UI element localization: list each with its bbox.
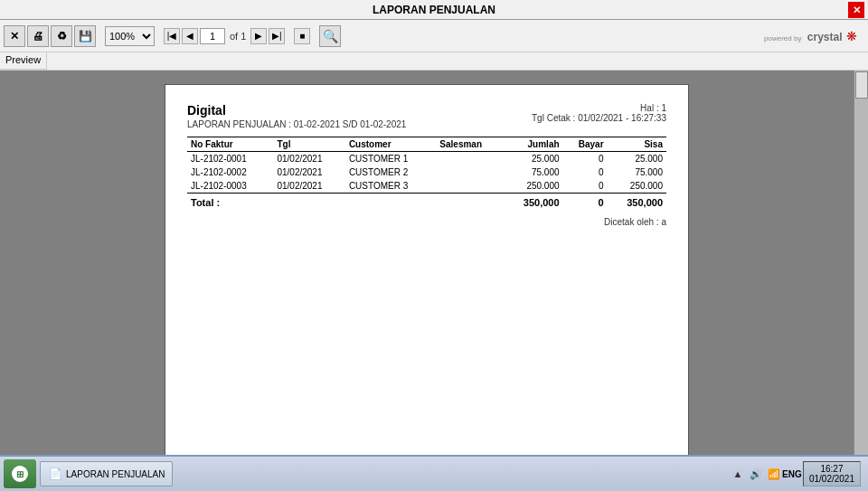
page-number-label: Hal : 1 xyxy=(532,103,666,113)
vertical-scrollbar[interactable] xyxy=(854,71,868,473)
prev-page-button[interactable]: ◀ xyxy=(182,28,198,44)
tray-speaker-icon[interactable]: 🔊 xyxy=(749,467,763,481)
cell-tgl: 01/02/2021 xyxy=(273,179,344,194)
cell-salesman xyxy=(436,179,504,194)
preview-header: Preview xyxy=(0,52,868,71)
powered-by-label: powered by xyxy=(764,34,801,42)
cell-sisa: 75.000 xyxy=(608,165,666,179)
title-bar: LAPORAN PENJUALAN ✕ xyxy=(0,0,868,20)
close-toolbar-button[interactable]: ✕ xyxy=(4,25,25,47)
stop-button[interactable]: ■ xyxy=(294,28,310,44)
cell-customer: CUSTOMER 1 xyxy=(345,152,436,166)
cell-customer: CUSTOMER 2 xyxy=(345,165,436,179)
cell-bayar: 0 xyxy=(563,165,608,179)
table-row: JL-2102-0001 01/02/2021 CUSTOMER 1 25.00… xyxy=(187,152,666,166)
col-header-no-faktur: No Faktur xyxy=(187,137,273,152)
taskbar: ⊞ 📄 LAPORAN PENJUALAN ▲ 🔊 📶 ENG 16:27 01… xyxy=(0,455,868,491)
clock-time: 16:27 xyxy=(809,464,854,474)
cell-jumlah: 75.000 xyxy=(504,165,562,179)
cell-no-faktur: JL-2102-0003 xyxy=(187,179,273,194)
export-button[interactable]: 💾 xyxy=(74,25,96,47)
scrollbar-thumb[interactable] xyxy=(855,71,868,99)
total-pages-label: of 1 xyxy=(227,31,249,42)
footer-text: Dicetak oleh : a xyxy=(187,217,666,227)
start-button[interactable]: ⊞ xyxy=(4,459,36,488)
report-paper: Digital LAPORAN PENJUALAN : 01-02-2021 S… xyxy=(165,84,689,473)
toolbar: ✕ 🖨 ♻ 💾 100% 50% 75% 150% 200% |◀ ◀ of 1… xyxy=(0,20,868,52)
col-header-customer: Customer xyxy=(345,137,436,152)
tray-lang-icon: ENG xyxy=(785,467,799,481)
cell-no-faktur: JL-2102-0001 xyxy=(187,152,273,166)
total-bayar: 0 xyxy=(563,194,608,212)
col-header-tgl: Tgl xyxy=(273,137,344,152)
search-button[interactable]: 🔍 xyxy=(319,25,341,47)
document-content: Digital LAPORAN PENJUALAN : 01-02-2021 S… xyxy=(0,71,854,473)
last-page-button[interactable]: ▶| xyxy=(269,28,285,44)
clock-date: 01/02/2021 xyxy=(809,474,854,484)
cell-bayar: 0 xyxy=(563,152,608,166)
first-page-button[interactable]: |◀ xyxy=(164,28,180,44)
tray-network-icon[interactable]: 📶 xyxy=(767,467,781,481)
total-sisa: 350,000 xyxy=(608,194,666,212)
taskbar-items: 📄 LAPORAN PENJUALAN xyxy=(40,461,731,486)
taskbar-item-laporan[interactable]: 📄 LAPORAN PENJUALAN xyxy=(40,461,173,486)
total-jumlah: 350,000 xyxy=(504,194,562,212)
company-name: Digital xyxy=(187,103,406,118)
preview-tab: Preview xyxy=(0,52,47,70)
next-page-button[interactable]: ▶ xyxy=(250,28,267,44)
cell-sisa: 250.000 xyxy=(608,179,666,194)
taskbar-item-icon: 📄 xyxy=(48,467,62,481)
table-row: JL-2102-0003 01/02/2021 CUSTOMER 3 250.0… xyxy=(187,179,666,194)
cell-tgl: 01/02/2021 xyxy=(273,152,344,166)
cell-no-faktur: JL-2102-0002 xyxy=(187,165,273,179)
cell-jumlah: 250.000 xyxy=(504,179,562,194)
col-header-bayar: Bayar xyxy=(563,137,608,152)
table-row: JL-2102-0002 01/02/2021 CUSTOMER 2 75.00… xyxy=(187,165,666,179)
report-table: No Faktur Tgl Customer Salesman Jumlah B… xyxy=(187,137,666,212)
taskbar-clock: 16:27 01/02/2021 xyxy=(803,461,861,486)
crystal-brand-label: crystal xyxy=(807,31,843,43)
cell-salesman xyxy=(436,165,504,179)
taskbar-item-label: LAPORAN PENJUALAN xyxy=(66,469,165,479)
cell-tgl: 01/02/2021 xyxy=(273,165,344,179)
main-area: Digital LAPORAN PENJUALAN : 01-02-2021 S… xyxy=(0,71,868,473)
crystal-icon: ❋ xyxy=(846,29,857,43)
cell-customer: CUSTOMER 3 xyxy=(345,179,436,194)
crystal-logo: powered by crystal ❋ xyxy=(764,28,864,44)
tray-arrow-icon[interactable]: ▲ xyxy=(731,467,745,481)
col-header-jumlah: Jumlah xyxy=(504,137,562,152)
cell-salesman xyxy=(436,152,504,166)
taskbar-tray: ▲ 🔊 📶 ENG 16:27 01/02/2021 xyxy=(731,461,861,486)
cell-jumlah: 25.000 xyxy=(504,152,562,166)
window-title: LAPORAN PENJUALAN xyxy=(373,4,495,16)
refresh-button[interactable]: ♻ xyxy=(51,25,72,47)
start-icon: ⊞ xyxy=(12,466,28,482)
close-button[interactable]: ✕ xyxy=(848,2,864,18)
col-header-salesman: Salesman xyxy=(436,137,504,152)
print-date-label: Tgl Cetak : 01/02/2021 - 16:27:33 xyxy=(532,113,666,123)
total-label: Total : xyxy=(187,194,504,212)
col-header-sisa: Sisa xyxy=(608,137,666,152)
zoom-select[interactable]: 100% 50% 75% 150% 200% xyxy=(105,26,155,46)
cell-bayar: 0 xyxy=(563,179,608,194)
total-row: Total : 350,000 0 350,000 xyxy=(187,194,666,212)
cell-sisa: 25.000 xyxy=(608,152,666,166)
print-button[interactable]: 🖨 xyxy=(27,25,49,47)
page-input[interactable] xyxy=(200,28,225,44)
report-title: LAPORAN PENJUALAN : 01-02-2021 S/D 01-02… xyxy=(187,119,406,129)
